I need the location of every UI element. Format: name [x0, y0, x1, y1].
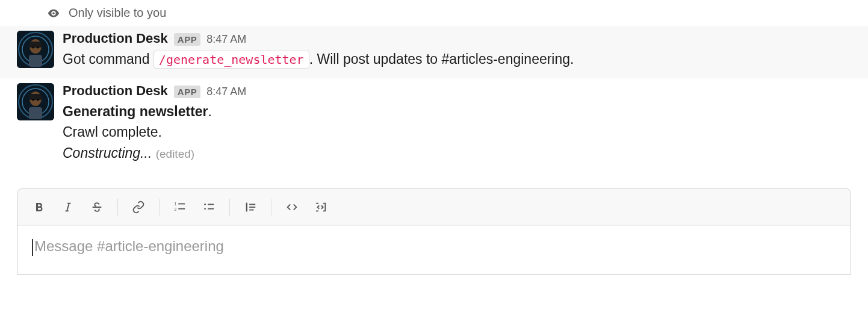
sender-name[interactable]: Production Desk: [63, 31, 168, 46]
body-prefix: Got command: [63, 51, 153, 67]
svg-point-25: [204, 208, 206, 210]
link-button[interactable]: [125, 195, 152, 219]
svg-point-6: [33, 47, 34, 49]
toolbar-divider: [159, 199, 160, 216]
svg-rect-28: [246, 203, 247, 212]
placeholder-text: Message #article-engineering: [34, 238, 224, 254]
svg-rect-27: [208, 208, 214, 210]
strikethrough-button[interactable]: [84, 195, 110, 219]
code-inline: /generate_newsletter: [153, 51, 309, 69]
app-badge: APP: [174, 33, 200, 46]
svg-rect-22: [178, 204, 185, 205]
visibility-text: Only visible to you: [69, 6, 166, 20]
toolbar-divider: [229, 199, 230, 216]
svg-rect-12: [29, 94, 42, 100]
svg-point-7: [37, 47, 39, 49]
message-ephemeral: Production Desk APP 8:47 AM Got command …: [0, 26, 868, 78]
body-suffix: . Will post updates to #articles-enginee…: [309, 51, 574, 67]
timestamp[interactable]: 8:47 AM: [206, 86, 246, 98]
svg-text:1: 1: [175, 202, 177, 206]
message-body: Got command /generate_newsletter. Will p…: [63, 49, 851, 70]
text-cursor: [32, 239, 33, 256]
message-header: Production Desk APP 8:47 AM: [63, 31, 851, 46]
svg-point-15: [37, 99, 39, 101]
ordered-list-button[interactable]: 12: [167, 195, 193, 219]
svg-rect-5: [29, 55, 42, 67]
svg-rect-26: [208, 204, 214, 205]
avatar[interactable]: [17, 31, 54, 68]
sender-name[interactable]: Production Desk: [63, 83, 168, 99]
svg-rect-13: [29, 107, 42, 119]
bold-text: Generating newsletter: [63, 104, 208, 119]
message-content: Production Desk APP 8:47 AM Generating n…: [63, 83, 851, 164]
message-line-2: Crawl complete.: [63, 122, 851, 143]
timestamp[interactable]: 8:47 AM: [206, 33, 246, 46]
code-block-button[interactable]: [308, 195, 334, 219]
message-line-3: Constructing... (edited): [63, 143, 851, 164]
visibility-notice: Only visible to you: [0, 0, 868, 26]
avatar[interactable]: [17, 83, 54, 120]
svg-rect-29: [249, 204, 255, 205]
edited-tag: (edited): [156, 148, 194, 160]
bullet-list-button[interactable]: [196, 195, 222, 219]
svg-rect-30: [249, 207, 255, 208]
svg-rect-23: [178, 208, 185, 210]
message-input[interactable]: Message #article-engineering: [17, 226, 851, 274]
svg-point-14: [33, 99, 34, 101]
message-row: Production Desk APP 8:47 AM Generating n…: [0, 78, 868, 172]
bold-button[interactable]: [26, 195, 52, 219]
message-line-1: Generating newsletter.: [63, 101, 851, 122]
line1-tail: .: [208, 104, 212, 119]
italic-button[interactable]: [55, 195, 81, 219]
app-badge: APP: [174, 86, 200, 98]
message-body: Generating newsletter. Crawl complete. C…: [63, 101, 851, 164]
slack-channel-view: Only visible to you Production Desk APP …: [0, 0, 868, 275]
svg-text:2: 2: [175, 207, 177, 211]
blockquote-button[interactable]: [237, 195, 264, 219]
italic-text: Constructing...: [63, 145, 152, 161]
svg-point-24: [204, 204, 206, 205]
message-header: Production Desk APP 8:47 AM: [63, 83, 851, 99]
svg-rect-31: [249, 210, 253, 211]
eye-icon: [47, 7, 60, 20]
toolbar-divider: [117, 199, 118, 216]
message-composer: 12 Message #article-engineering: [17, 188, 851, 275]
svg-line-18: [67, 204, 69, 211]
code-button[interactable]: [279, 195, 305, 219]
svg-rect-4: [29, 42, 42, 48]
message-content: Production Desk APP 8:47 AM Got command …: [63, 31, 851, 70]
composer-toolbar: 12: [17, 189, 851, 226]
toolbar-divider: [271, 199, 271, 216]
